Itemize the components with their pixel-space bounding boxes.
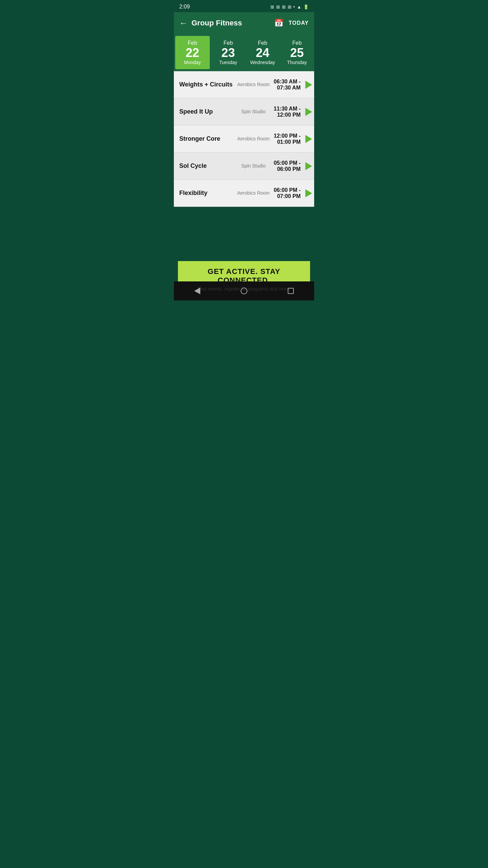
android-nav-bar bbox=[174, 281, 314, 300]
sim1-icon: ⊞ bbox=[270, 4, 274, 9]
chevron-right-icon bbox=[303, 189, 314, 197]
footer-space: GET ACTIVE. STAY CONNECTED. Find events,… bbox=[174, 207, 314, 281]
date-month-2: Feb bbox=[258, 40, 267, 46]
recents-square-icon bbox=[288, 288, 294, 294]
class-row[interactable]: Weights + CircuitsAerobics Room06:30 AM … bbox=[174, 71, 314, 98]
header-right: 📅 TODAY bbox=[274, 19, 309, 27]
date-day-0: Monday bbox=[184, 60, 201, 65]
home-circle-icon bbox=[241, 288, 247, 294]
dot-icon: • bbox=[293, 4, 295, 9]
chevron-right-icon bbox=[303, 162, 314, 170]
date-cell-22[interactable]: Feb22Monday bbox=[175, 36, 210, 69]
sim2-icon: ⊞ bbox=[276, 4, 280, 9]
class-time: 06:30 AM - 07:30 AM bbox=[271, 79, 303, 91]
class-name: Speed It Up bbox=[179, 108, 236, 115]
chevron-right-icon bbox=[303, 81, 314, 89]
date-cell-25[interactable]: Feb25Thursday bbox=[280, 34, 314, 71]
chevron-right-icon bbox=[303, 108, 314, 116]
status-bar: 2:09 ⊞ ⊞ ⊞ ⊞ • ▲ 🔋 bbox=[174, 0, 314, 12]
home-nav-button[interactable] bbox=[237, 284, 251, 298]
class-room: Aerobics Room bbox=[236, 136, 271, 142]
signal-icon: ▲ bbox=[297, 4, 301, 9]
date-day-3: Thursday bbox=[287, 60, 307, 65]
header: ← Group Fitness 📅 TODAY bbox=[174, 12, 314, 34]
date-month-0: Feb bbox=[188, 40, 197, 46]
class-time: 12:00 PM - 01:00 PM bbox=[271, 133, 303, 145]
class-time: 05:00 PM - 06:00 PM bbox=[271, 160, 303, 172]
date-cell-24[interactable]: Feb24Wednesday bbox=[245, 34, 280, 71]
date-day-2: Wednesday bbox=[250, 60, 275, 65]
page-title: Group Fitness bbox=[191, 19, 242, 27]
date-day-1: Tuesday bbox=[219, 60, 237, 65]
date-month-3: Feb bbox=[292, 40, 302, 46]
class-name: Sol Cycle bbox=[179, 162, 236, 170]
class-row[interactable]: Sol CycleSpin Studio05:00 PM - 06:00 PM bbox=[174, 153, 314, 180]
status-time: 2:09 bbox=[179, 4, 190, 10]
classes-list: Weights + CircuitsAerobics Room06:30 AM … bbox=[174, 71, 314, 207]
battery-icon: 🔋 bbox=[303, 4, 309, 9]
back-triangle-icon bbox=[194, 288, 200, 294]
date-month-1: Feb bbox=[223, 40, 233, 46]
status-icons: ⊞ ⊞ ⊞ ⊞ • ▲ 🔋 bbox=[270, 4, 309, 9]
date-num-0: 22 bbox=[186, 46, 199, 60]
date-num-2: 24 bbox=[256, 46, 269, 60]
class-room: Aerobics Room bbox=[236, 81, 271, 87]
class-time: 06:00 PM - 07:00 PM bbox=[271, 187, 303, 199]
date-num-3: 25 bbox=[290, 46, 304, 60]
class-name: Flexibility bbox=[179, 190, 236, 197]
class-name: Stronger Core bbox=[179, 135, 236, 142]
back-button[interactable]: ← bbox=[179, 18, 187, 28]
class-row[interactable]: Speed It UpSpin Studio11:30 AM - 12:00 P… bbox=[174, 98, 314, 125]
class-name: Weights + Circuits bbox=[179, 81, 236, 88]
sim4-icon: ⊞ bbox=[288, 4, 291, 9]
class-row[interactable]: FlexibilityAerobics Room06:00 PM - 07:00… bbox=[174, 180, 314, 207]
calendar-icon[interactable]: 📅 bbox=[274, 19, 283, 27]
class-row[interactable]: Stronger CoreAerobics Room12:00 PM - 01:… bbox=[174, 125, 314, 153]
back-nav-button[interactable] bbox=[190, 284, 204, 298]
date-cell-23[interactable]: Feb23Tuesday bbox=[211, 34, 246, 71]
class-room: Aerobics Room bbox=[236, 190, 271, 196]
chevron-right-icon bbox=[303, 135, 314, 143]
date-num-1: 23 bbox=[221, 46, 235, 60]
class-room: Spin Studio bbox=[236, 108, 271, 115]
today-button[interactable]: TODAY bbox=[289, 20, 309, 26]
header-left: ← Group Fitness bbox=[179, 18, 242, 28]
class-time: 11:30 AM - 12:00 PM bbox=[271, 106, 303, 118]
date-strip: Feb22MondayFeb23TuesdayFeb24WednesdayFeb… bbox=[174, 34, 314, 71]
sim3-icon: ⊞ bbox=[282, 4, 286, 9]
class-room: Spin Studio bbox=[236, 163, 271, 169]
recents-nav-button[interactable] bbox=[284, 284, 298, 298]
